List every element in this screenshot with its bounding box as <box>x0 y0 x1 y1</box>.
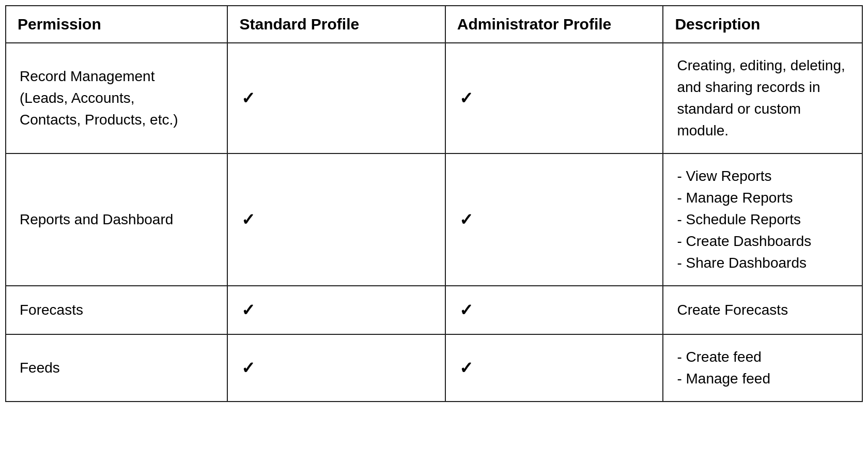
admin-check-reports-dashboard: ✓ <box>445 153 663 286</box>
checkmark-icon: ✓ <box>459 301 473 319</box>
permission-forecasts: Forecasts <box>6 286 227 334</box>
header-standard-profile: Standard Profile <box>227 6 445 43</box>
header-description: Description <box>663 6 862 43</box>
standard-check-record-management: ✓ <box>227 43 445 153</box>
description-forecasts: Create Forecasts <box>663 286 862 334</box>
header-permission: Permission <box>6 6 227 43</box>
table-row: Forecasts ✓ ✓ Create Forecasts <box>6 286 862 334</box>
table-header-row: Permission Standard Profile Administrato… <box>6 6 862 43</box>
permission-feeds: Feeds <box>6 334 227 402</box>
admin-check-record-management: ✓ <box>445 43 663 153</box>
checkmark-icon: ✓ <box>459 359 473 377</box>
checkmark-icon: ✓ <box>241 359 255 377</box>
table-row: Feeds ✓ ✓ - Create feed - Manage feed <box>6 334 862 402</box>
checkmark-icon: ✓ <box>459 210 473 229</box>
standard-check-reports-dashboard: ✓ <box>227 153 445 286</box>
table-row: Reports and Dashboard ✓ ✓ - View Reports… <box>6 153 862 286</box>
checkmark-icon: ✓ <box>241 89 255 107</box>
checkmark-icon: ✓ <box>241 210 255 229</box>
admin-check-feeds: ✓ <box>445 334 663 402</box>
permission-record-management: Record Management (Leads, Accounts, Cont… <box>6 43 227 153</box>
description-reports-dashboard: - View Reports - Manage Reports - Schedu… <box>663 153 862 286</box>
standard-check-forecasts: ✓ <box>227 286 445 334</box>
description-record-management: Creating, editing, deleting, and sharing… <box>663 43 862 153</box>
permissions-table: Permission Standard Profile Administrato… <box>5 5 863 402</box>
description-feeds: - Create feed - Manage feed <box>663 334 862 402</box>
permission-reports-dashboard: Reports and Dashboard <box>6 153 227 286</box>
checkmark-icon: ✓ <box>459 89 473 107</box>
standard-check-feeds: ✓ <box>227 334 445 402</box>
admin-check-forecasts: ✓ <box>445 286 663 334</box>
checkmark-icon: ✓ <box>241 301 255 319</box>
header-admin-profile: Administrator Profile <box>445 6 663 43</box>
table-row: Record Management (Leads, Accounts, Cont… <box>6 43 862 153</box>
